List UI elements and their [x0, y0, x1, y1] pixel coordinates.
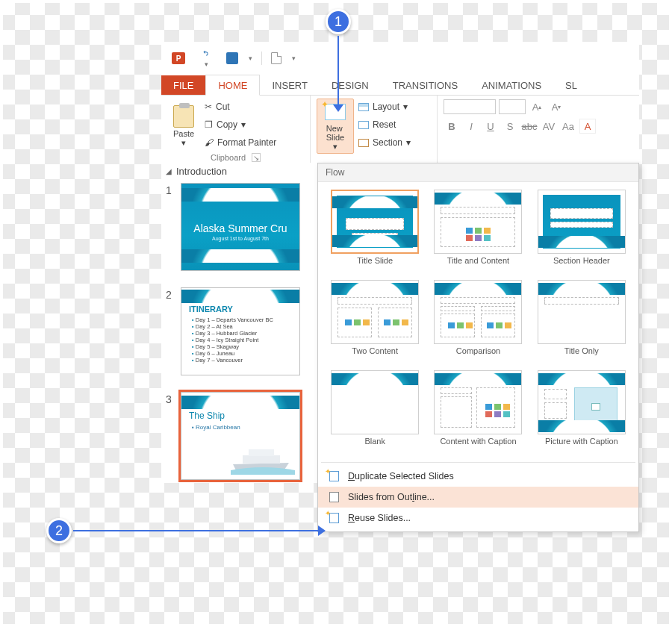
layout-icon — [358, 103, 369, 111]
layout-comparison[interactable]: Comparison — [429, 280, 527, 366]
section-header[interactable]: ◢ Introduction — [161, 163, 318, 180]
undo-button[interactable]: ▾ — [203, 48, 208, 69]
powerpoint-logo-icon: P — [172, 52, 185, 64]
menu-duplicate-slides[interactable]: ✦ DDuplicate Selected Slidesuplicate Sel… — [318, 466, 638, 487]
copy-button[interactable]: Copy▾ — [205, 116, 276, 133]
group-slides: New Slide▾ Layout▾ Reset Section▾ . — [311, 96, 438, 165]
document-icon[interactable] — [271, 52, 281, 64]
duplicate-icon: ✦ — [327, 470, 340, 482]
reset-button[interactable]: Reset — [358, 116, 411, 133]
thumbnail-3[interactable]: 3 The Ship ▪ Royal Caribbean — [161, 389, 318, 483]
svg-rect-3 — [243, 455, 280, 464]
increase-font-icon[interactable]: A▴ — [529, 99, 545, 114]
layout-title-only[interactable]: Title Only — [532, 280, 631, 366]
dialog-launcher-icon[interactable]: ↘ — [252, 153, 261, 162]
slide-number: 1 — [166, 183, 175, 271]
slide-thumbnails-panel: ◢ Introduction 1 Alaska Summer Cru Augus… — [161, 163, 318, 483]
format-painter-button[interactable]: Format Painter — [205, 134, 276, 151]
slide-preview: Alaska Summer Cru August 1st to August 7… — [181, 183, 300, 271]
quick-access-toolbar: P ▾ ▾ ▾ — [161, 42, 639, 75]
annotation-arrow-2 — [73, 530, 320, 531]
underline-button[interactable]: U — [482, 119, 499, 134]
slide-preview: ITINERARY Day 1 – Departs Vancouver BC D… — [181, 287, 300, 375]
scissors-icon — [205, 102, 212, 112]
strikethrough-button[interactable]: abc — [521, 119, 538, 134]
outline-icon — [327, 491, 340, 503]
group-label-clipboard: Clipboard — [211, 153, 246, 162]
reset-icon — [358, 121, 369, 129]
tab-animations[interactable]: ANIMATIONS — [470, 75, 553, 95]
slide-number: 2 — [166, 287, 175, 375]
section-icon — [358, 139, 369, 147]
menu-reuse-slides[interactable]: ✦ Reuse Slides... — [318, 508, 638, 528]
paste-icon — [173, 105, 194, 128]
change-case-button[interactable]: Aa — [560, 119, 576, 134]
chevron-down-icon: ▾ — [181, 138, 186, 148]
copy-icon — [205, 119, 213, 130]
arrow-head-icon — [333, 104, 343, 112]
ribbon-home: Paste ▾ Cut Copy▾ Format Painter Clipboa… — [161, 96, 639, 166]
layout-section-header[interactable]: Section Header — [532, 190, 631, 275]
thumbnail-2[interactable]: 2 ITINERARY Day 1 – Departs Vancouver BC… — [161, 284, 318, 378]
annotation-arrow-1 — [337, 36, 339, 106]
separator — [261, 52, 262, 65]
itinerary-list: Day 1 – Departs Vancouver BC Day 2 – At … — [192, 316, 273, 364]
char-spacing-button[interactable]: AV — [541, 119, 557, 134]
annotation-step-2: 2 — [46, 518, 72, 543]
powerpoint-window: P ▾ ▾ ▾ FILE HOME INSERT DESIGN TRANSITI… — [161, 42, 639, 166]
reuse-icon: ✦ — [327, 512, 340, 524]
thumbnail-1[interactable]: 1 Alaska Summer Cru August 1st to August… — [161, 180, 318, 274]
font-family-combo[interactable] — [444, 99, 496, 114]
layout-button[interactable]: Layout▾ — [358, 99, 411, 115]
section-button[interactable]: Section▾ — [358, 134, 411, 151]
layout-picture-with-caption[interactable]: Picture with Caption — [532, 370, 631, 456]
ship-illustration — [229, 442, 296, 475]
ribbon-tabs: FILE HOME INSERT DESIGN TRANSITIONS ANIM… — [161, 75, 639, 96]
italic-button[interactable]: I — [463, 119, 479, 134]
arrow-head-icon — [318, 525, 326, 536]
svg-rect-4 — [249, 449, 274, 456]
paste-button[interactable]: Paste ▾ — [167, 99, 200, 148]
layout-content-with-caption[interactable]: Content with Caption — [429, 370, 527, 456]
tab-home[interactable]: HOME — [205, 75, 260, 96]
layout-title-and-content[interactable]: Title and Content — [429, 190, 527, 275]
slide-number: 3 — [166, 392, 175, 480]
brush-icon — [205, 137, 214, 148]
font-size-combo[interactable] — [499, 99, 526, 114]
layout-blank[interactable]: Blank — [326, 370, 424, 456]
tab-insert[interactable]: INSERT — [260, 75, 319, 95]
group-clipboard: Paste ▾ Cut Copy▾ Format Painter Clipboa… — [161, 96, 311, 165]
cut-button[interactable]: Cut — [205, 99, 276, 115]
tab-slideshow[interactable]: SL — [553, 75, 589, 95]
slide-preview-selected: The Ship ▪ Royal Caribbean — [181, 392, 300, 480]
menu-slides-from-outline[interactable]: Slides from Outline... — [318, 487, 638, 508]
gallery-menu: ✦ DDuplicate Selected Slidesuplicate Sel… — [318, 463, 638, 531]
layout-title-slide[interactable]: Title Slide — [326, 190, 424, 275]
tab-design[interactable]: DESIGN — [320, 75, 381, 95]
decrease-font-icon[interactable]: A▾ — [548, 99, 564, 114]
new-slide-gallery: Flow Title Slide Title and Content Secti… — [317, 163, 639, 532]
layout-two-content[interactable]: Two Content — [326, 280, 424, 366]
annotation-step-1: 1 — [326, 9, 351, 34]
collapse-triangle-icon: ◢ — [166, 167, 172, 175]
bold-button[interactable]: B — [444, 119, 460, 134]
tab-file[interactable]: FILE — [161, 75, 205, 95]
group-font: A▴ A▾ B I U S abc AV Aa A . — [438, 96, 639, 165]
touch-mode-icon[interactable] — [226, 52, 238, 64]
shadow-button[interactable]: S — [502, 119, 518, 134]
gallery-theme-header: Flow — [318, 163, 638, 182]
font-color-button[interactable]: A — [579, 119, 596, 134]
tab-transitions[interactable]: TRANSITIONS — [381, 75, 470, 95]
